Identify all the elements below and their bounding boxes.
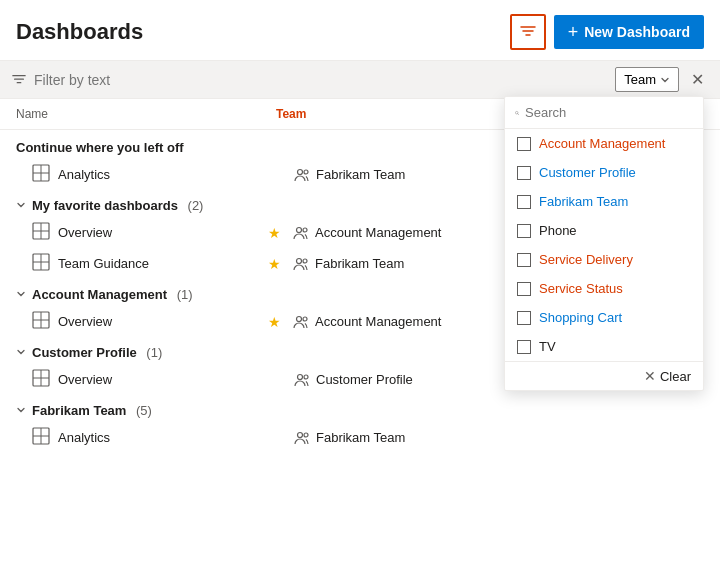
filter-close-button[interactable]: ✕ xyxy=(687,68,708,91)
people-icon xyxy=(293,226,309,240)
section-customer-title: Customer Profile xyxy=(32,345,137,360)
dropdown-search-bar xyxy=(505,97,703,129)
list-item[interactable]: Shopping Cart xyxy=(505,303,703,332)
page-header: Dashboards + New Dashboard xyxy=(0,0,720,61)
clear-button[interactable]: ✕ Clear xyxy=(644,368,691,384)
star-icon: ★ xyxy=(268,256,281,272)
list-item[interactable]: Customer Profile xyxy=(505,158,703,187)
team-dropdown-button[interactable]: Team xyxy=(615,67,679,92)
row-name: Overview xyxy=(58,225,268,240)
checkbox-service-status[interactable] xyxy=(517,282,531,296)
checkbox-fabrikam-team[interactable] xyxy=(517,195,531,209)
svg-point-8 xyxy=(297,227,302,232)
dropdown-item-label: Customer Profile xyxy=(539,165,636,180)
dropdown-footer: ✕ Clear xyxy=(505,361,703,390)
row-name: Overview xyxy=(58,314,268,329)
section-customer-count: (1) xyxy=(143,345,163,360)
svg-point-19 xyxy=(303,317,307,321)
checkbox-tv[interactable] xyxy=(517,340,531,354)
svg-point-29 xyxy=(304,433,308,437)
search-icon xyxy=(515,106,519,120)
people-icon xyxy=(294,168,310,182)
section-fabrikam-title: Fabrikam Team xyxy=(32,403,126,418)
svg-point-13 xyxy=(297,258,302,263)
svg-point-24 xyxy=(304,375,308,379)
section-fabrikam-count: (5) xyxy=(132,403,152,418)
checkbox-customer-profile[interactable] xyxy=(517,166,531,180)
dropdown-item-label: Account Management xyxy=(539,136,665,151)
svg-line-31 xyxy=(518,113,519,114)
chevron-down-icon xyxy=(660,75,670,85)
svg-point-3 xyxy=(298,169,303,174)
checkbox-account-management[interactable] xyxy=(517,137,531,151)
checkbox-shopping-cart[interactable] xyxy=(517,311,531,325)
new-dashboard-label: New Dashboard xyxy=(584,24,690,40)
dropdown-item-label: Fabrikam Team xyxy=(539,194,628,209)
close-icon: ✕ xyxy=(691,71,704,88)
checkbox-service-delivery[interactable] xyxy=(517,253,531,267)
svg-point-28 xyxy=(298,432,303,437)
section-account-title: Account Management xyxy=(32,287,167,302)
list-item[interactable]: Phone xyxy=(505,216,703,245)
dashboard-icon xyxy=(32,253,50,274)
list-item[interactable]: Service Delivery xyxy=(505,245,703,274)
svg-point-9 xyxy=(303,228,307,232)
dropdown-item-label: Service Delivery xyxy=(539,252,633,267)
header-actions: + New Dashboard xyxy=(510,14,704,50)
dropdown-item-label: Service Status xyxy=(539,281,623,296)
people-icon xyxy=(294,431,310,445)
team-filter-dropdown: Account Management Customer Profile Fabr… xyxy=(504,96,704,391)
section-account-count: (1) xyxy=(173,287,193,302)
new-dashboard-button[interactable]: + New Dashboard xyxy=(554,15,704,49)
list-item[interactable]: TV xyxy=(505,332,703,361)
star-icon: ★ xyxy=(268,314,281,330)
dropdown-item-label: TV xyxy=(539,339,556,354)
row-name: Analytics xyxy=(58,430,268,445)
dashboard-icon xyxy=(32,164,50,185)
star-icon: ★ xyxy=(268,225,281,241)
section-favorites-count: (2) xyxy=(184,198,204,213)
filter-bar: Team ✕ xyxy=(0,61,720,99)
filter-text-input[interactable] xyxy=(34,72,607,88)
section-fabrikam[interactable]: Fabrikam Team (5) xyxy=(0,395,720,422)
section-continue-title: Continue where you left off xyxy=(16,140,184,155)
dropdown-item-label: Shopping Cart xyxy=(539,310,622,325)
chevron-down-icon xyxy=(16,345,26,360)
chevron-down-icon xyxy=(16,287,26,302)
svg-point-14 xyxy=(303,259,307,263)
row-name: Team Guidance xyxy=(58,256,268,271)
clear-label: Clear xyxy=(660,369,691,384)
svg-point-4 xyxy=(304,170,308,174)
filter-icon-button[interactable] xyxy=(510,14,546,50)
list-item[interactable]: Fabrikam Team xyxy=(505,187,703,216)
dashboard-icon xyxy=(32,369,50,390)
row-name: Overview xyxy=(58,372,268,387)
filter-bar-icon xyxy=(12,73,26,87)
svg-point-23 xyxy=(298,374,303,379)
list-item[interactable]: Account Management xyxy=(505,129,703,158)
people-icon xyxy=(293,315,309,329)
people-icon xyxy=(294,373,310,387)
dashboard-icon xyxy=(32,222,50,243)
dropdown-list: Account Management Customer Profile Fabr… xyxy=(505,129,703,361)
clear-x-icon: ✕ xyxy=(644,368,656,384)
people-icon xyxy=(293,257,309,271)
section-favorites-title: My favorite dashboards xyxy=(32,198,178,213)
col-name-header: Name xyxy=(16,107,276,121)
svg-point-18 xyxy=(297,316,302,321)
page-title: Dashboards xyxy=(16,19,143,45)
dashboard-icon xyxy=(32,427,50,448)
plus-icon: + xyxy=(568,23,579,41)
team-dropdown-label: Team xyxy=(624,72,656,87)
dashboard-icon xyxy=(32,311,50,332)
dropdown-search-input[interactable] xyxy=(525,105,693,120)
row-team: Fabrikam Team xyxy=(294,430,704,445)
chevron-down-icon xyxy=(16,403,26,418)
list-item[interactable]: Service Status xyxy=(505,274,703,303)
dropdown-item-label: Phone xyxy=(539,223,577,238)
row-name: Analytics xyxy=(58,167,268,182)
chevron-down-icon xyxy=(16,198,26,213)
table-row: Analytics Fabrikam Team xyxy=(0,422,720,453)
filter-icon xyxy=(520,24,536,40)
checkbox-phone[interactable] xyxy=(517,224,531,238)
